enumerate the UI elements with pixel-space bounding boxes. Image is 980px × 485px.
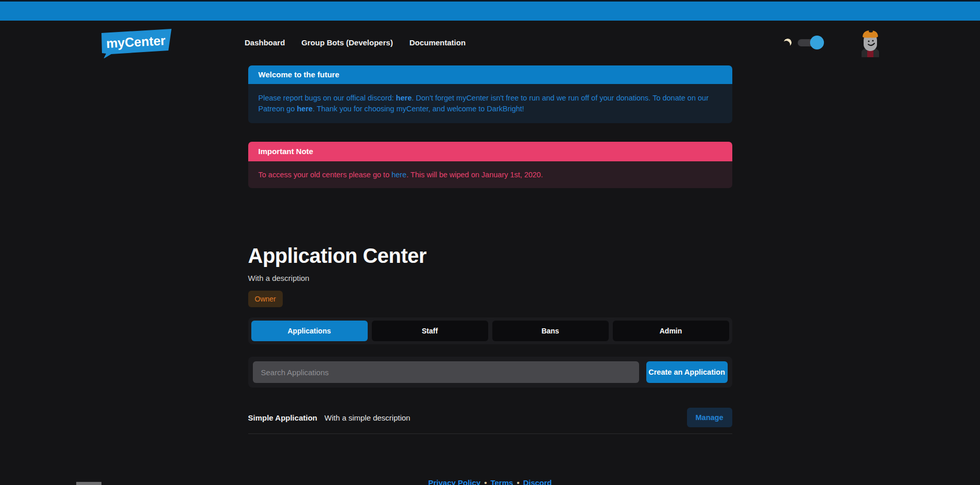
tab-admin[interactable]: Admin: [613, 321, 729, 341]
search-bar: Create an Application: [248, 357, 732, 388]
welcome-alert-title: Welcome to the future: [248, 65, 732, 84]
footer-separator: •: [517, 478, 519, 485]
footer-link-discord[interactable]: Discord: [523, 478, 552, 485]
search-applications-input[interactable]: [253, 361, 639, 383]
manage-button[interactable]: Manage: [687, 408, 732, 427]
nav-link-dashboard[interactable]: Dashboard: [245, 38, 285, 47]
toggle-knob[interactable]: [810, 36, 824, 49]
main-nav: Dashboard Group Bots (Developers) Docume…: [245, 38, 466, 47]
tab-bar: Applications Staff Bans Admin: [248, 317, 732, 344]
important-note-title: Important Note: [248, 142, 732, 161]
inline-link-here[interactable]: here: [297, 105, 313, 113]
footer-link-privacy-policy[interactable]: Privacy Policy: [428, 478, 480, 485]
welcome-alert-body: Please report bugs on our offical discor…: [248, 84, 732, 123]
footer: Privacy Policy•Terms•Discord: [248, 478, 732, 485]
dark-mode-toggle[interactable]: [798, 39, 821, 46]
footer-link-terms[interactable]: Terms: [490, 478, 513, 485]
welcome-alert: Welcome to the future Please report bugs…: [248, 65, 732, 123]
application-name: Simple Application: [248, 413, 317, 422]
inline-link-here[interactable]: here: [396, 94, 412, 102]
tab-applications[interactable]: Applications: [251, 321, 368, 341]
important-note-alert: Important Note To access your old center…: [248, 142, 732, 188]
mycenter-logo[interactable]: myCenter: [98, 27, 173, 58]
application-list-item: Simple Application With a simple descrip…: [248, 407, 732, 428]
page-title: Application Center: [248, 244, 732, 267]
navbar-right: [784, 28, 882, 57]
nav-link-documentation[interactable]: Documentation: [409, 38, 466, 47]
bottom-left-partial-element: [76, 482, 101, 485]
owner-role-badge: Owner: [248, 291, 283, 307]
important-note-body: To access your old centers please go to …: [248, 161, 732, 188]
nav-link-group-bots[interactable]: Group Bots (Developers): [301, 38, 393, 47]
list-divider: [248, 433, 732, 434]
moon-icon: [783, 38, 793, 47]
application-description: With a simple description: [324, 413, 410, 422]
footer-separator: •: [484, 478, 487, 485]
page-description: With a description: [248, 274, 732, 282]
inline-link-here[interactable]: here: [391, 171, 406, 179]
navbar: myCenter Dashboard Group Bots (Developer…: [0, 21, 980, 64]
tab-bans[interactable]: Bans: [492, 321, 609, 341]
main-content: Welcome to the future Please report bugs…: [248, 65, 732, 485]
user-avatar[interactable]: [858, 28, 882, 57]
create-application-button[interactable]: Create an Application: [646, 361, 728, 383]
top-accent-bar: [0, 0, 980, 21]
tab-staff[interactable]: Staff: [372, 321, 488, 341]
